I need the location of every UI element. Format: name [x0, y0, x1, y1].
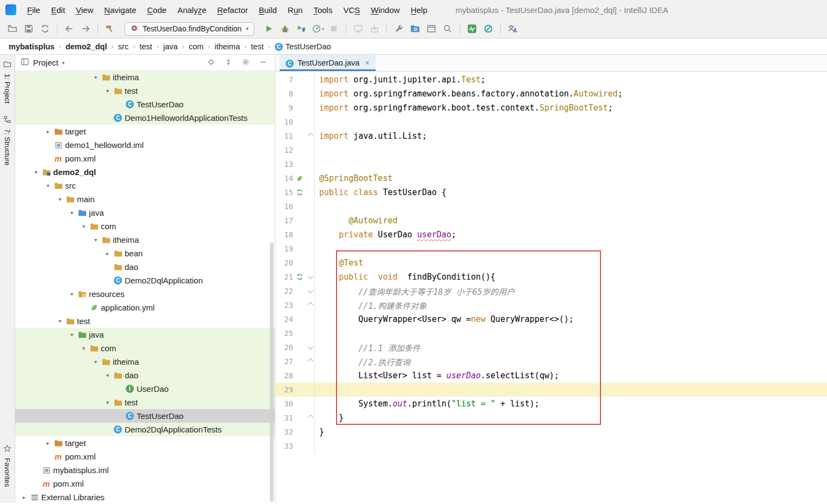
code-line-19[interactable]: 19 — [275, 242, 827, 256]
menu-edit[interactable]: Edit — [46, 4, 70, 16]
tree-item-pom-xml[interactable]: mpom.xml — [15, 477, 275, 490]
editor-tab[interactable]: C TestUserDao.java × — [280, 55, 376, 71]
synchronize-icon[interactable] — [37, 22, 53, 36]
tool-window-button-favorites[interactable]: Favorites — [3, 444, 11, 487]
menu-tools[interactable]: Tools — [308, 4, 338, 16]
menu-refactor[interactable]: Refactor — [212, 4, 254, 16]
tree-collapsed-arrow[interactable]: ▸ — [43, 440, 53, 446]
code-line-14[interactable]: 14@SpringBootTest — [275, 171, 827, 185]
fold-marker[interactable] — [306, 134, 313, 138]
project-structure-icon[interactable] — [407, 22, 423, 36]
code-line-31[interactable]: 31 } — [275, 411, 827, 425]
tree-item-dao[interactable]: dao — [15, 260, 275, 274]
code-line-28[interactable]: 28 List<User> list = userDao.selectList(… — [275, 369, 827, 383]
fold-marker[interactable] — [306, 416, 313, 420]
code-line-29[interactable]: 29 — [275, 383, 827, 397]
tree-expanded-arrow[interactable]: ▾ — [103, 372, 112, 378]
code-line-13[interactable]: 13 — [275, 157, 827, 171]
tree-collapsed-arrow[interactable]: ▸ — [43, 128, 53, 134]
tree-item-bean[interactable]: ▸bean — [15, 247, 275, 260]
tree-item-resources[interactable]: ▾resources — [15, 287, 275, 301]
tree-expanded-arrow[interactable]: ▾ — [43, 183, 53, 189]
menu-view[interactable]: View — [70, 4, 99, 16]
menu-build[interactable]: Build — [253, 4, 282, 16]
code-line-10[interactable]: 10 — [275, 115, 827, 129]
menu-code[interactable]: Code — [142, 4, 172, 16]
tree-expanded-arrow[interactable]: ▾ — [67, 210, 76, 216]
tree-item-application-yml[interactable]: application.yml — [15, 301, 275, 314]
breadcrumb-item-test[interactable]: test — [140, 42, 152, 51]
code-line-20[interactable]: 20 @Test — [275, 256, 827, 270]
tree-item-pom-xml[interactable]: mpom.xml — [15, 450, 275, 463]
code-line-23[interactable]: 23 //1.构建条件对象 — [275, 298, 827, 312]
tree-item-java[interactable]: ▾java — [15, 206, 275, 219]
code-line-11[interactable]: 11import java.util.List; — [275, 129, 827, 143]
tree-expanded-arrow[interactable]: ▾ — [55, 196, 64, 202]
close-tab-icon[interactable]: × — [365, 59, 369, 67]
breadcrumb-item-demo2_dql[interactable]: demo2_dql — [66, 42, 107, 51]
menu-navigate[interactable]: Navigate — [99, 4, 141, 16]
tree-item-test[interactable]: ▾test — [15, 84, 275, 98]
collapse-all-icon[interactable] — [224, 58, 232, 68]
tree-expanded-arrow[interactable]: ▾ — [91, 74, 100, 80]
tree-item-com[interactable]: ▾com — [15, 219, 275, 233]
fold-marker[interactable] — [306, 289, 313, 293]
run-with-coverage-icon[interactable] — [293, 22, 309, 36]
code-line-24[interactable]: 24 QueryWrapper<User> qw =new QueryWrapp… — [275, 312, 827, 326]
run-configuration-selector[interactable]: TestUserDao.findByCondition▾ — [125, 22, 254, 36]
tree-item-external-libraries[interactable]: ▸External Libraries — [15, 490, 275, 503]
power-save-icon[interactable] — [480, 22, 496, 36]
breadcrumb-item-src[interactable]: src — [118, 42, 128, 51]
tree-item-demo1-helloworld-iml[interactable]: demo1_helloworld.iml — [15, 138, 275, 152]
run-icon[interactable] — [261, 22, 277, 36]
tree-expanded-arrow[interactable]: ▾ — [79, 223, 88, 229]
tree-item-itheima[interactable]: ▾itheima — [15, 233, 275, 247]
search-everywhere-icon[interactable] — [440, 22, 456, 36]
fold-marker[interactable] — [306, 275, 313, 279]
menu-vcs[interactable]: VCS — [338, 4, 365, 16]
rerun-gutter-icon[interactable] — [293, 189, 306, 196]
code-line-16[interactable]: 16 — [275, 199, 827, 214]
tree-expanded-arrow[interactable]: ▾ — [91, 237, 100, 243]
fold-marker[interactable] — [306, 360, 313, 364]
code-line-25[interactable]: 25 — [275, 326, 827, 340]
menu-analyze[interactable]: Analyze — [172, 4, 211, 16]
tree-item-demo2dqlapplication[interactable]: CDemo2DqlApplication — [15, 274, 275, 287]
save-all-icon[interactable] — [21, 22, 37, 36]
hide-panel-icon[interactable] — [259, 58, 267, 68]
debug-icon[interactable] — [277, 22, 293, 36]
back-icon[interactable] — [61, 22, 77, 36]
tree-item-testuserdao[interactable]: CTestUserDao — [15, 409, 275, 423]
tree-expanded-arrow[interactable]: ▾ — [79, 345, 88, 351]
tree-item-test[interactable]: ▾test — [15, 396, 275, 409]
tool-window-button-structure[interactable]: 7: Structure — [3, 115, 11, 165]
menu-help[interactable]: Help — [405, 4, 433, 16]
settings-gear-icon[interactable] — [242, 58, 250, 68]
code-line-30[interactable]: 30 System.out.println("list = " + list); — [275, 397, 827, 411]
wrench-icon[interactable] — [391, 22, 407, 36]
breadcrumb-item-testuserdao[interactable]: CTestUserDao — [275, 42, 331, 51]
tree-expanded-arrow[interactable]: ▾ — [91, 359, 100, 365]
code-editor[interactable]: 7import org.junit.jupiter.api.Test;8impo… — [275, 72, 827, 503]
tree-item-userdao[interactable]: IUserDao — [15, 382, 275, 396]
window-layout-icon[interactable] — [423, 22, 440, 36]
tree-item-src[interactable]: ▾src — [15, 179, 275, 192]
breadcrumb-item-com[interactable]: com — [189, 42, 203, 51]
project-scrollbar[interactable] — [270, 243, 274, 502]
tree-item-demo2dqlapplicationtests[interactable]: CDemo2DqlApplicationTests — [15, 423, 275, 436]
locate-file-icon[interactable] — [207, 58, 215, 68]
translate-icon[interactable]: 文A — [505, 22, 521, 36]
code-line-8[interactable]: 8import org.springframework.beans.factor… — [275, 87, 827, 101]
rerun-gutter-icon[interactable] — [293, 273, 306, 281]
tree-expanded-arrow[interactable]: ▾ — [103, 88, 112, 94]
tree-expanded-arrow[interactable]: ▾ — [67, 332, 76, 338]
tree-item-demo2-dql[interactable]: ▾demo2_dql — [15, 165, 275, 179]
tree-item-com[interactable]: ▾com — [15, 341, 275, 355]
tool-window-button-project[interactable]: 1: Project — [3, 60, 11, 104]
tree-item-pom-xml[interactable]: mpom.xml — [15, 152, 275, 165]
menu-window[interactable]: Window — [365, 4, 405, 16]
profiler-icon[interactable]: ▾ — [309, 22, 326, 36]
code-line-18[interactable]: 18 private UserDao userDao; — [275, 228, 827, 242]
tree-expanded-arrow[interactable]: ▾ — [67, 291, 76, 297]
build-project-icon[interactable] — [102, 22, 118, 36]
